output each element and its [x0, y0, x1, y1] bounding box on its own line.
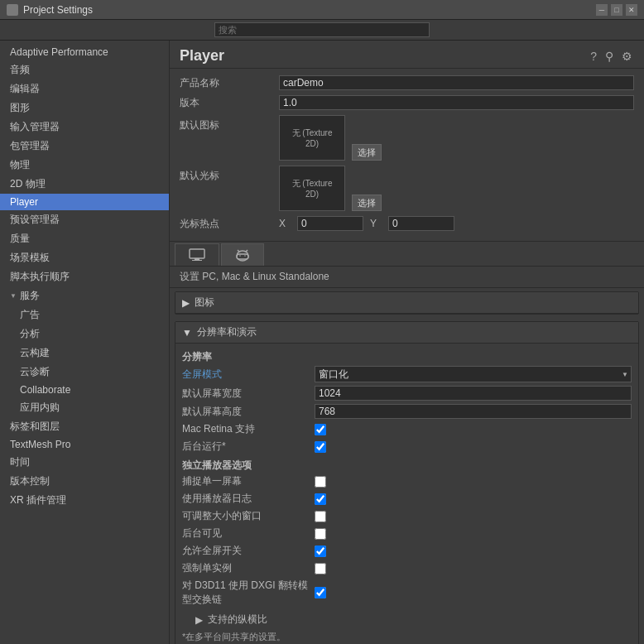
maximize-button[interactable]: □: [611, 4, 622, 16]
minimize-button[interactable]: ─: [596, 4, 608, 16]
sidebar-item-cloud-build[interactable]: 云构建: [0, 344, 169, 363]
window-icon: [7, 4, 18, 16]
sidebar-item-editor[interactable]: 编辑器: [0, 79, 169, 99]
sidebar-item-analytics[interactable]: 分析: [0, 324, 169, 344]
fullscreen-mode-row: 全屏模式 窗口化 独占全屏 全屏窗口 最大化窗口: [182, 366, 632, 382]
visible-in-background-label: 后台可见: [182, 526, 315, 541]
section-resolution: ▼ 分辨率和演示 分辨率 全屏模式 窗口化 独占全屏 全屏窗口 最大化窗口: [175, 321, 639, 644]
version-label: 版本: [180, 96, 279, 110]
hotspot-x-input[interactable]: [297, 216, 363, 231]
hotspot-y-input[interactable]: [388, 216, 454, 231]
svg-line-7: [246, 250, 248, 252]
capture-single-screen-checkbox[interactable]: [315, 476, 326, 488]
aspect-ratio-triangle: ▶: [195, 614, 203, 626]
help-icon-button[interactable]: ?: [589, 48, 598, 65]
section-icon-header[interactable]: ▶ 图标: [175, 292, 638, 314]
sidebar-item-in-app-purchase[interactable]: 应用内购: [0, 398, 169, 417]
services-triangle: ▼: [10, 292, 17, 300]
screen-width-label: 默认屏幕宽度: [182, 387, 315, 401]
d3d11-flip-model-checkbox[interactable]: [315, 587, 326, 598]
sidebar-item-textmesh-pro[interactable]: TextMesh Pro: [0, 436, 169, 453]
platform-tab-android[interactable]: [221, 243, 264, 266]
sidebar-item-scene-template[interactable]: 场景模板: [0, 248, 169, 267]
screen-width-input[interactable]: [315, 386, 632, 401]
sidebar-item-version-control[interactable]: 版本控制: [0, 472, 169, 491]
screen-width-row: 默认屏幕宽度: [182, 386, 632, 401]
sidebar-item-input-manager[interactable]: 输入管理器: [0, 118, 169, 137]
fullscreen-mode-select[interactable]: 窗口化 独占全屏 全屏窗口 最大化窗口: [315, 366, 632, 382]
search-input[interactable]: [214, 22, 430, 37]
mac-retina-checkbox[interactable]: [315, 424, 326, 435]
default-icon-label: 默认图标: [180, 115, 279, 132]
sidebar-item-physics[interactable]: 物理: [0, 156, 169, 175]
version-input[interactable]: [279, 95, 634, 110]
supported-aspect-ratio-row[interactable]: ▶ 支持的纵横比: [182, 610, 632, 629]
sidebar-item-ads[interactable]: 广告: [0, 305, 169, 324]
visible-in-background-wrap: [315, 528, 326, 540]
resolution-group-label: 分辨率: [182, 350, 632, 364]
sidebar-item-package-manager[interactable]: 包管理器: [0, 137, 169, 156]
close-button[interactable]: ✕: [626, 4, 637, 16]
fullscreen-mode-label: 全屏模式: [182, 368, 315, 382]
capture-single-screen-label: 捕捉单一屏幕: [182, 474, 315, 488]
resizable-window-wrap: [315, 511, 326, 522]
window-title: Project Settings: [23, 4, 93, 16]
product-name-row: 产品名称: [180, 75, 634, 90]
sidebar-item-audio[interactable]: 音频: [0, 60, 169, 79]
run-in-background-row: 后台运行*: [182, 440, 632, 454]
sidebar-item-player[interactable]: Player: [0, 194, 169, 210]
sidebar-item-physics-2d[interactable]: 2D 物理: [0, 175, 169, 194]
allow-fullscreen-checkbox[interactable]: [315, 545, 326, 557]
use-player-log-checkbox[interactable]: [315, 493, 326, 505]
run-in-background-checkbox[interactable]: [315, 441, 326, 453]
section-resolution-header[interactable]: ▼ 分辨率和演示: [175, 322, 638, 344]
svg-point-8: [239, 255, 241, 257]
use-player-log-row: 使用播放器日志: [182, 492, 632, 506]
sidebar-item-adaptive-performance[interactable]: Adaptive Performance: [0, 44, 169, 60]
default-icon-select-button[interactable]: 选择: [352, 144, 382, 161]
mac-retina-row: Mac Retina 支持: [182, 422, 632, 436]
android-icon: [235, 248, 250, 262]
fullscreen-mode-select-wrap: 窗口化 独占全屏 全屏窗口 最大化窗口: [315, 366, 632, 382]
svg-rect-1: [195, 258, 199, 260]
sidebar-item-graphics[interactable]: 图形: [0, 99, 169, 118]
default-cursor-box-area: 无 (Texture2D) 选择: [279, 166, 634, 211]
sidebar-item-xr-plugin[interactable]: XR 插件管理: [0, 491, 169, 510]
screen-height-row: 默认屏幕高度: [182, 404, 632, 419]
force-single-instance-checkbox[interactable]: [315, 563, 326, 574]
section-resolution-body: 分辨率 全屏模式 窗口化 独占全屏 全屏窗口 最大化窗口: [175, 344, 638, 644]
capture-single-screen-wrap: [315, 476, 326, 488]
sidebar-item-collaborate[interactable]: Collaborate: [0, 382, 169, 398]
section-resolution-triangle: ▼: [182, 327, 192, 339]
section-icon: ▶ 图标: [175, 291, 639, 315]
platform-tab-pc[interactable]: [175, 243, 219, 266]
sidebar-item-script-order[interactable]: 脚本执行顺序: [0, 267, 169, 286]
resizable-window-row: 可调整大小的窗口: [182, 509, 632, 523]
settings-gear-icon-button[interactable]: ⚙: [620, 48, 634, 65]
hotspot-y-label: Y: [370, 218, 387, 229]
screen-height-input[interactable]: [315, 404, 632, 419]
section-icon-label: 图标: [195, 296, 214, 310]
sidebar-item-tags-layers[interactable]: 标签和图层: [0, 417, 169, 436]
visible-in-background-row: 后台可见: [182, 526, 632, 541]
product-name-label: 产品名称: [180, 76, 279, 90]
sidebar-item-services[interactable]: ▼ 服务: [0, 286, 169, 305]
allow-fullscreen-row: 允许全屏开关: [182, 544, 632, 558]
window-controls: ─ □ ✕: [596, 4, 637, 16]
sidebar-item-preset-manager[interactable]: 预设管理器: [0, 210, 169, 229]
resizable-window-checkbox[interactable]: [315, 511, 326, 522]
pin-icon-button[interactable]: ⚲: [603, 48, 615, 65]
visible-in-background-checkbox[interactable]: [315, 528, 326, 540]
sidebar-item-cloud-diagnostics[interactable]: 云诊断: [0, 363, 169, 382]
default-icon-text: 无 (Texture2D): [292, 127, 333, 149]
cursor-hotspot-label: 光标热点: [180, 217, 279, 231]
default-cursor-select-button[interactable]: 选择: [352, 195, 382, 211]
sidebar-item-quality[interactable]: 质量: [0, 229, 169, 248]
default-cursor-text: 无 (Texture2D): [292, 178, 333, 199]
standalone-options-label: 独立播放器选项: [182, 459, 632, 473]
platform-tabs: [170, 241, 644, 267]
section-icon-triangle: ▶: [182, 297, 190, 309]
product-name-input[interactable]: [279, 75, 634, 90]
sidebar-item-time[interactable]: 时间: [0, 453, 169, 472]
default-icon-box-area: 无 (Texture2D) 选择: [279, 115, 634, 161]
